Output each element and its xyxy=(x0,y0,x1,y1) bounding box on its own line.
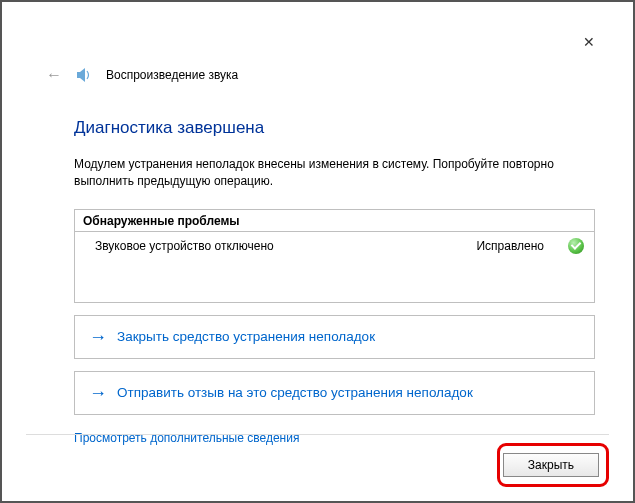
back-arrow-icon: ← xyxy=(46,66,62,84)
problems-table: Обнаруженные проблемы Звуковое устройств… xyxy=(74,209,595,303)
arrow-right-icon: → xyxy=(89,328,107,346)
close-button[interactable]: Закрыть xyxy=(503,453,599,477)
problem-label: Звуковое устройство отключено xyxy=(95,239,476,253)
svg-marker-1 xyxy=(80,68,85,82)
table-row: Звуковое устройство отключено Исправлено xyxy=(75,232,594,260)
main-heading: Диагностика завершена xyxy=(74,118,595,138)
problems-header: Обнаруженные проблемы xyxy=(75,210,594,232)
more-info-link[interactable]: Просмотреть дополнительные сведения xyxy=(74,431,299,445)
description-text: Модулем устранения неполадок внесены изм… xyxy=(74,156,595,191)
link-label: Отправить отзыв на это средство устранен… xyxy=(117,385,473,400)
content-area: Диагностика завершена Модулем устранения… xyxy=(74,118,595,445)
checkmark-icon xyxy=(568,238,584,254)
link-label: Закрыть средство устранения неполадок xyxy=(117,329,375,344)
send-feedback-link[interactable]: → Отправить отзыв на это средство устран… xyxy=(74,371,595,415)
sound-icon xyxy=(76,67,92,83)
svg-rect-0 xyxy=(77,72,80,78)
arrow-right-icon: → xyxy=(89,384,107,402)
divider xyxy=(26,434,609,435)
close-troubleshooter-link[interactable]: → Закрыть средство устранения неполадок xyxy=(74,315,595,359)
wizard-title: Воспроизведение звука xyxy=(106,68,238,82)
header: ← Воспроизведение звука xyxy=(46,66,238,84)
problem-status: Исправлено xyxy=(476,239,544,253)
window-close-button[interactable]: ✕ xyxy=(575,30,603,54)
